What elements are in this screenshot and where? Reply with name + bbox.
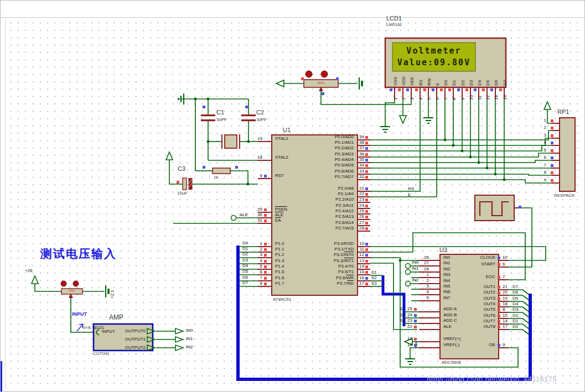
pin-state-square xyxy=(365,136,368,139)
pin-number: 7 xyxy=(443,98,448,100)
pin-state-square xyxy=(457,88,460,91)
pin-label-text: P1.1 xyxy=(275,247,284,252)
schematic-sheet: LCD1 LM016L Voltmeter Value:09.80V U1 AT… xyxy=(0,0,585,392)
pin-state-square xyxy=(365,205,368,207)
pin-state-square xyxy=(365,193,368,196)
pin-label: RST xyxy=(275,173,336,178)
pot-knob-icon[interactable] xyxy=(306,71,312,77)
pin-state-square xyxy=(551,179,553,182)
pin-label-overline: EA xyxy=(275,218,281,223)
pin-state-square xyxy=(264,248,267,251)
rp1-body[interactable] xyxy=(560,118,575,191)
pin-label-text: P0.6/AD6 xyxy=(335,169,354,174)
r1-value: 1k xyxy=(214,175,218,180)
pin-number: 6 xyxy=(539,155,546,160)
terminal-circle-in2[interactable] xyxy=(406,281,411,286)
pin-state-square xyxy=(498,320,500,323)
pin-label-text: P2.2/A10 xyxy=(335,197,354,202)
pin-number: 1 xyxy=(539,118,546,123)
net-label-in0-adc: IN0 xyxy=(412,260,418,265)
pin-state-square xyxy=(365,227,368,230)
terminal-circle-ale[interactable] xyxy=(231,216,236,221)
pot-knob-icon[interactable] xyxy=(321,71,328,77)
pin-state-square xyxy=(365,147,368,150)
pin-label: OUT4 xyxy=(428,301,495,306)
power-arrow-down-icon xyxy=(400,116,406,123)
pin-number: 6 xyxy=(435,98,440,100)
pot-knob-icon[interactable] xyxy=(61,281,66,286)
pin-label: E xyxy=(435,83,440,86)
pin-number: 10 xyxy=(469,95,474,100)
pin-state-square xyxy=(406,88,409,91)
pin-number: 16 xyxy=(405,342,412,347)
pin-number: 3 xyxy=(254,252,262,257)
pin-label-text: P0.4/AD4 xyxy=(335,157,354,162)
pin-label: P2.1/A9 xyxy=(287,191,354,196)
pin-label-text: P0.2/AD2 xyxy=(335,145,354,150)
power-arrow-left-icon xyxy=(276,80,284,87)
pin-state-square xyxy=(264,271,267,274)
terminal-circle-in0[interactable] xyxy=(406,264,411,269)
pin-label-text: P2.7/A15 xyxy=(335,226,354,231)
pot-knob-icon[interactable] xyxy=(73,281,79,286)
net-label-d7: D7 xyxy=(242,280,248,285)
pin-number: 5 xyxy=(539,148,546,153)
power-arrow-up-icon xyxy=(544,102,551,109)
pin-label: D1 xyxy=(452,80,457,86)
pin-label: P2.0/A8 xyxy=(287,186,354,191)
pin-number: 11 xyxy=(477,96,482,100)
lcd-ref: LCD1 xyxy=(386,15,402,22)
pin-number: 21 xyxy=(356,186,364,191)
pin-number: 15 xyxy=(356,269,364,274)
pin-label: D5 xyxy=(485,80,490,86)
pin-label-text: OUT7 xyxy=(484,318,495,323)
pin-label-text: OUT6 xyxy=(484,313,495,318)
pin-state-square xyxy=(490,88,493,91)
pin-number: 2 xyxy=(254,247,262,252)
pin-label: P1.2 xyxy=(275,252,336,257)
terminal-circle-in1[interactable] xyxy=(406,270,411,275)
pin-label: IN2 xyxy=(443,266,493,271)
pin-label-text: OUT2 xyxy=(484,290,495,295)
state-square xyxy=(336,77,339,80)
pin-number: 9 xyxy=(254,173,262,178)
pin-number: 8 xyxy=(254,281,262,286)
resistor-1k-body[interactable] xyxy=(213,168,230,174)
pin-label: P1.1 xyxy=(275,247,336,252)
capacitor-c2-plates xyxy=(241,114,256,121)
pin-state-square xyxy=(414,326,417,328)
net-label-input: INPUT xyxy=(72,311,87,317)
pin-label: EA xyxy=(275,218,336,223)
pin-label: OUT3 xyxy=(428,296,495,301)
pin-number: 27 xyxy=(356,220,364,225)
pin-state-square xyxy=(365,265,368,268)
pin-label: OUT7 xyxy=(428,318,495,323)
pin-state-square xyxy=(365,271,368,274)
pin-label: D0 xyxy=(443,80,448,86)
pin-number: 14 xyxy=(503,318,510,323)
pin-label: P1.3 xyxy=(275,258,336,263)
pin-number: 39 xyxy=(356,134,364,139)
ground-symbol xyxy=(405,359,415,364)
pin-number: 32 xyxy=(356,174,364,179)
crystal-body[interactable] xyxy=(225,135,237,148)
pin-number: 1 xyxy=(393,98,398,100)
pin-number: 2 xyxy=(539,125,546,130)
pin-state-square xyxy=(264,243,267,245)
amp-part: CCT001 xyxy=(93,351,110,356)
pin-label-text: EOC xyxy=(486,274,495,279)
pin-state-square xyxy=(264,219,267,222)
rp1-part: RESPACK xyxy=(554,193,575,198)
pin-label: D6 xyxy=(494,80,499,86)
net-label-in1-adc: IN1 xyxy=(412,266,418,271)
pin-label-text: P0.0/AD0 xyxy=(335,134,354,139)
pin-label-text: P0.7/AD7 xyxy=(335,174,354,179)
pin-state-square xyxy=(414,320,417,322)
pin-state-square xyxy=(498,286,500,289)
pin-number: 3 xyxy=(539,133,546,138)
amp-pin-output2: OUTPUT2 xyxy=(106,345,146,350)
pin-number: 2 xyxy=(401,98,406,100)
pin-state-square xyxy=(365,159,368,161)
pin-label-overline: INT0 xyxy=(344,252,354,257)
clock-source-body[interactable] xyxy=(475,195,514,221)
